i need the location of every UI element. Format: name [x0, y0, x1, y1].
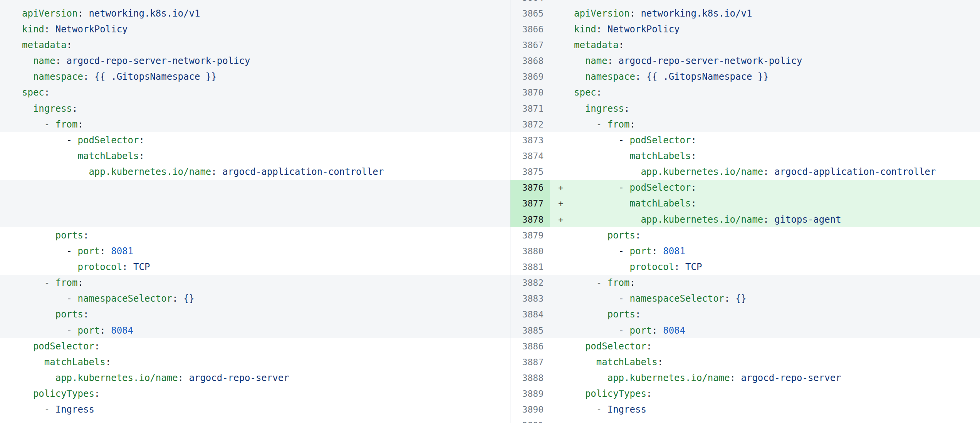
line-number[interactable]: 3887	[510, 357, 550, 367]
code-token	[22, 373, 55, 383]
code-line: - podSelector:	[574, 182, 980, 193]
line-number[interactable]: 3882	[510, 278, 550, 288]
line-number[interactable]: 3878	[510, 212, 550, 227]
code-token: :	[691, 135, 696, 146]
code-token: policyTypes	[33, 388, 94, 399]
code-token	[574, 309, 607, 320]
code-token	[22, 388, 33, 399]
code-token: app.kubernetes.io/name	[55, 373, 178, 383]
line-number[interactable]: 3883	[510, 294, 550, 304]
code-line: - port: 8084	[0, 325, 510, 336]
line-number[interactable]: 3891	[510, 420, 550, 423]
diff-row: 3885 - port: 8084	[510, 322, 980, 338]
line-number[interactable]: 3886	[510, 341, 550, 351]
diff-pane-new[interactable]: 3864---3865apiVersion: networking.k8s.io…	[510, 0, 980, 423]
code-line: - namespaceSelector: {}	[574, 293, 980, 304]
line-number[interactable]: 3864	[510, 0, 550, 3]
code-line: namespace: {{ .GitopsNamespace }}	[0, 71, 510, 82]
diff-row: 3873 - podSelector:	[510, 132, 980, 148]
diff-row: 3866kind: NetworkPolicy	[510, 21, 980, 37]
diff-row: - port: 8084	[0, 322, 510, 338]
line-number[interactable]: 3868	[510, 56, 550, 66]
code-token: {{ .GitopsNamespace }}	[641, 71, 769, 82]
code-token: :	[94, 388, 100, 399]
code-token: -	[574, 293, 630, 304]
code-line: app.kubernetes.io/name: argocd-repo-serv…	[574, 373, 980, 383]
code-line: ports:	[574, 230, 980, 241]
code-line: - namespaceSelector: {}	[0, 293, 510, 304]
line-number[interactable]: 3871	[510, 104, 550, 114]
code-line: kind: NetworkPolicy	[0, 24, 510, 35]
diff-row: ---	[0, 418, 510, 423]
line-number[interactable]: 3888	[510, 373, 550, 383]
line-number[interactable]: 3884	[510, 309, 550, 319]
code-line: podSelector:	[574, 341, 980, 352]
diff-row: 3886 podSelector:	[510, 338, 980, 354]
code-token	[22, 230, 55, 241]
code-token: TCP	[680, 262, 702, 272]
code-token: from	[607, 277, 630, 288]
code-token: app.kubernetes.io/name	[641, 214, 763, 225]
line-number[interactable]: 3866	[510, 24, 550, 34]
code-token: app.kubernetes.io/name	[89, 166, 211, 177]
line-number[interactable]: 3873	[510, 135, 550, 145]
code-token: port	[78, 325, 100, 336]
code-token: :	[178, 373, 183, 383]
code-token: argocd-repo-server	[183, 373, 289, 383]
code-line: protocol: TCP	[574, 262, 980, 272]
line-number[interactable]: 3879	[510, 230, 550, 240]
diff-row: - namespaceSelector: {}	[0, 291, 510, 307]
line-number[interactable]: 3881	[510, 262, 550, 272]
code-token	[574, 388, 585, 399]
line-number[interactable]: 3876	[510, 180, 550, 196]
diff-add-marker: +	[550, 183, 574, 193]
code-token: podSelector	[78, 135, 139, 146]
code-line: namespace: {{ .GitopsNamespace }}	[574, 71, 980, 82]
code-token: namespaceSelector	[630, 293, 725, 304]
code-line: metadata:	[0, 40, 510, 50]
code-line: - Ingress	[574, 404, 980, 415]
line-number[interactable]: 3889	[510, 389, 550, 399]
diff-row: 3887 matchLabels:	[510, 354, 980, 370]
code-line: matchLabels:	[574, 151, 980, 161]
line-number[interactable]: 3869	[510, 72, 550, 82]
line-number[interactable]: 3867	[510, 40, 550, 50]
line-number[interactable]: 3865	[510, 8, 550, 18]
line-number[interactable]: 3872	[510, 119, 550, 129]
code-token: ports	[55, 309, 83, 320]
line-number[interactable]: 3874	[510, 151, 550, 161]
code-token: :	[635, 71, 641, 82]
code-token: :	[44, 87, 50, 98]
code-token: 8081	[106, 246, 133, 257]
line-number[interactable]: 3885	[510, 326, 550, 336]
code-token: gitops-agent	[769, 214, 841, 225]
diff-row: 3881 protocol: TCP	[510, 259, 980, 275]
code-token: matchLabels	[78, 151, 139, 161]
code-token: :	[72, 103, 77, 114]
code-line: spec:	[0, 87, 510, 98]
code-token	[574, 373, 607, 383]
code-line: ports:	[574, 309, 980, 320]
diff-pane-old[interactable]: ---apiVersion: networking.k8s.io/v1kind:…	[0, 0, 510, 423]
diff-row: 3890 - Ingress	[510, 402, 980, 418]
code-token: :	[211, 166, 216, 177]
code-token: -	[22, 325, 78, 336]
code-line: kind: NetworkPolicy	[574, 24, 980, 35]
line-number[interactable]: 3880	[510, 246, 550, 256]
line-number[interactable]: 3877	[510, 196, 550, 212]
code-token: :	[67, 40, 72, 50]
line-number[interactable]: 3875	[510, 167, 550, 177]
code-token: Ingress	[55, 404, 94, 415]
line-number[interactable]: 3870	[510, 87, 550, 97]
code-token: :	[658, 357, 663, 368]
line-number[interactable]: 3890	[510, 405, 550, 415]
code-token: matchLabels	[44, 357, 106, 368]
code-token: 8084	[106, 325, 133, 336]
code-token: ---	[22, 420, 39, 423]
diff-row: 3875 app.kubernetes.io/name: argocd-appl…	[510, 164, 980, 180]
code-line: - podSelector:	[0, 135, 510, 146]
code-token: :	[44, 24, 50, 35]
code-token: :	[596, 24, 602, 35]
code-token	[22, 357, 44, 368]
code-line: - podSelector:	[574, 135, 980, 146]
